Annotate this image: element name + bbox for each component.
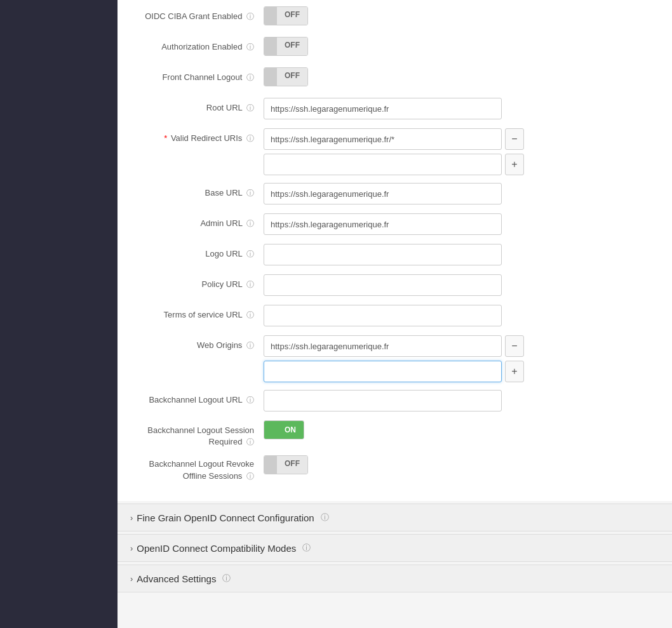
valid-redirect-uris-label: * Valid Redirect URIs ⓘ: [130, 128, 264, 144]
authorization-enabled-label: Authorization Enabled ⓘ: [130, 37, 264, 53]
backchannel-revoke-toggle-label: OFF: [277, 456, 307, 474]
authorization-enabled-control: OFF: [264, 37, 659, 56]
backchannel-revoke-control: OFF: [264, 455, 659, 474]
remove-web-origins-button[interactable]: −: [505, 335, 524, 357]
root-url-input[interactable]: [264, 98, 502, 119]
oidc-ciba-grant-row: OIDC CIBA Grant Enabled ⓘ OFF: [130, 6, 659, 29]
oidc-ciba-grant-label-text: OIDC CIBA Grant Enabled: [145, 11, 242, 21]
oidc-ciba-grant-label: OIDC CIBA Grant Enabled ⓘ: [130, 6, 264, 22]
backchannel-session-toggle-label: ON: [277, 421, 304, 439]
add-redirect-uri-button[interactable]: +: [505, 154, 524, 175]
web-origins-row: Web Origins ⓘ − +: [130, 335, 659, 382]
backchannel-logout-session-toggle[interactable]: ON: [264, 420, 304, 439]
terms-of-service-url-help-icon[interactable]: ⓘ: [246, 311, 254, 319]
logo-url-help-icon[interactable]: ⓘ: [246, 250, 254, 258]
front-channel-logout-control: OFF: [264, 67, 659, 86]
openid-compat-section-header[interactable]: › OpenID Connect Compatibility Modes ⓘ: [118, 534, 672, 562]
fine-grain-section-label: Fine Grain OpenID Connect Configuration: [137, 512, 314, 523]
backchannel-logout-session-row: Backchannel Logout Session Required ⓘ ON: [130, 420, 659, 448]
valid-redirect-uris-label-text: Valid Redirect URIs: [171, 133, 242, 143]
valid-redirect-uri-row-1: −: [264, 128, 659, 150]
backchannel-logout-url-control: [264, 390, 659, 411]
advanced-settings-chevron-icon: ›: [130, 574, 133, 584]
fine-grain-section-header[interactable]: › Fine Grain OpenID Connect Configuratio…: [118, 504, 672, 531]
valid-redirect-uri-input-2[interactable]: [264, 154, 502, 175]
policy-url-label-text: Policy URL: [202, 279, 243, 289]
oidc-ciba-grant-toggle[interactable]: OFF: [264, 6, 308, 25]
front-channel-logout-help-icon[interactable]: ⓘ: [246, 73, 254, 82]
base-url-input[interactable]: [264, 183, 502, 204]
policy-url-label: Policy URL ⓘ: [130, 274, 264, 290]
backchannel-logout-url-label-text: Backchannel Logout URL: [149, 395, 242, 404]
authorization-enabled-label-text: Authorization Enabled: [161, 42, 242, 51]
backchannel-revoke-help-icon[interactable]: ⓘ: [246, 472, 254, 481]
backchannel-revoke-row: Backchannel Logout Revoke Offline Sessio…: [130, 455, 659, 487]
authorization-toggle-indicator: [264, 37, 277, 55]
authorization-enabled-help-icon[interactable]: ⓘ: [246, 43, 254, 51]
logo-url-label-text: Logo URL: [205, 249, 242, 258]
root-url-control: [264, 98, 659, 119]
web-origins-label: Web Origins ⓘ: [130, 335, 264, 351]
logo-url-row: Logo URL ⓘ: [130, 244, 659, 267]
valid-redirect-uris-help-icon[interactable]: ⓘ: [246, 134, 254, 143]
backchannel-session-toggle-indicator: [264, 421, 277, 439]
advanced-settings-help-icon[interactable]: ⓘ: [222, 573, 231, 584]
web-origins-row-2: +: [264, 361, 659, 382]
logo-url-label: Logo URL ⓘ: [130, 244, 264, 260]
policy-url-row: Policy URL ⓘ: [130, 274, 659, 297]
web-origins-input-1[interactable]: [264, 335, 502, 357]
base-url-control: [264, 183, 659, 204]
backchannel-logout-session-label-text: Backchannel Logout Session Required: [147, 425, 254, 446]
fine-grain-help-icon[interactable]: ⓘ: [321, 512, 329, 523]
web-origins-row-1: −: [264, 335, 659, 357]
policy-url-help-icon[interactable]: ⓘ: [246, 280, 254, 289]
front-channel-logout-toggle[interactable]: OFF: [264, 67, 308, 86]
logo-url-input[interactable]: [264, 244, 502, 265]
front-channel-logout-label-text: Front Channel Logout: [163, 72, 243, 82]
oidc-ciba-toggle-indicator: [264, 7, 277, 25]
backchannel-revoke-toggle[interactable]: OFF: [264, 455, 308, 474]
web-origins-input-2[interactable]: [264, 361, 502, 382]
backchannel-logout-session-control: ON: [264, 420, 659, 439]
valid-redirect-uri-input-1[interactable]: [264, 128, 502, 150]
base-url-label-text: Base URL: [205, 188, 243, 197]
oidc-ciba-toggle-label: OFF: [277, 7, 307, 25]
front-channel-logout-row: Front Channel Logout ⓘ OFF: [130, 67, 659, 90]
fine-grain-chevron-icon: ›: [130, 513, 133, 523]
backchannel-logout-url-row: Backchannel Logout URL ⓘ: [130, 390, 659, 413]
front-channel-toggle-indicator: [264, 68, 277, 86]
backchannel-logout-url-help-icon[interactable]: ⓘ: [246, 396, 254, 404]
backchannel-logout-url-input[interactable]: [264, 390, 502, 411]
oidc-ciba-grant-help-icon[interactable]: ⓘ: [246, 12, 254, 21]
web-origins-label-text: Web Origins: [197, 340, 242, 350]
valid-redirect-uris-row: * Valid Redirect URIs ⓘ − +: [130, 128, 659, 175]
admin-url-input[interactable]: [264, 213, 502, 235]
authorization-toggle-label: OFF: [277, 37, 307, 55]
terms-of-service-url-row: Terms of service URL ⓘ: [130, 305, 659, 328]
root-url-label: Root URL ⓘ: [130, 98, 264, 114]
base-url-row: Base URL ⓘ: [130, 183, 659, 206]
admin-url-help-icon[interactable]: ⓘ: [246, 219, 254, 228]
advanced-settings-section-header[interactable]: › Advanced Settings ⓘ: [118, 565, 672, 592]
openid-compat-help-icon[interactable]: ⓘ: [302, 542, 311, 554]
admin-url-control: [264, 213, 659, 235]
root-url-help-icon[interactable]: ⓘ: [246, 104, 254, 112]
terms-of-service-url-label-text: Terms of service URL: [164, 310, 243, 319]
backchannel-revoke-toggle-indicator: [264, 456, 277, 474]
backchannel-logout-session-help-icon[interactable]: ⓘ: [246, 438, 254, 446]
admin-url-label-text: Admin URL: [200, 218, 242, 228]
web-origins-help-icon[interactable]: ⓘ: [246, 341, 254, 350]
front-channel-toggle-label: OFF: [277, 68, 307, 86]
oidc-ciba-grant-control: OFF: [264, 6, 659, 25]
add-web-origins-button[interactable]: +: [505, 361, 524, 382]
authorization-enabled-toggle[interactable]: OFF: [264, 37, 308, 56]
logo-url-control: [264, 244, 659, 265]
root-url-row: Root URL ⓘ: [130, 98, 659, 121]
terms-of-service-url-input[interactable]: [264, 305, 502, 326]
terms-of-service-url-label: Terms of service URL ⓘ: [130, 305, 264, 321]
policy-url-input[interactable]: [264, 274, 502, 296]
policy-url-control: [264, 274, 659, 296]
valid-redirect-uri-row-2: +: [264, 154, 659, 175]
base-url-help-icon[interactable]: ⓘ: [246, 189, 254, 197]
remove-redirect-uri-button[interactable]: −: [505, 128, 524, 150]
